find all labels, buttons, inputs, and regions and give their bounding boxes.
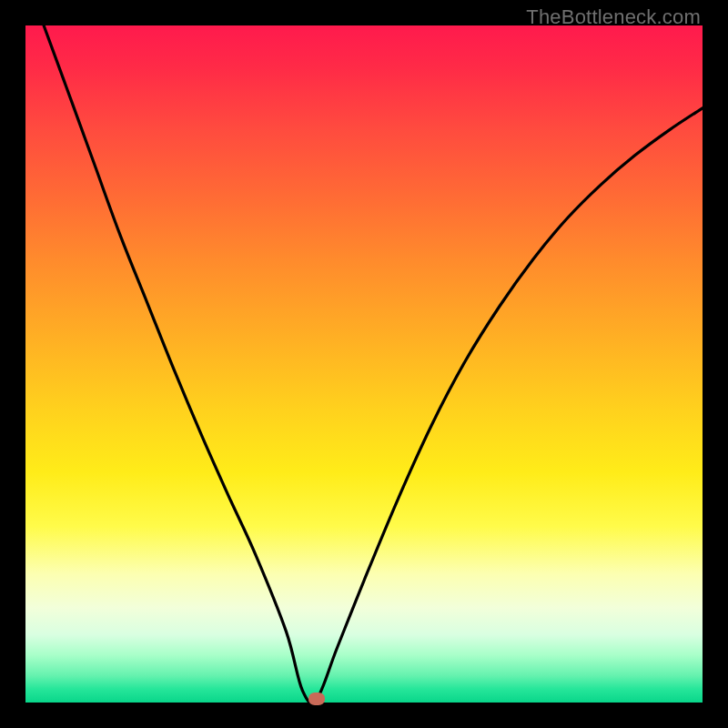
bottleneck-curve xyxy=(25,25,703,703)
plot-area xyxy=(25,25,703,703)
minimum-marker xyxy=(308,693,325,705)
chart-frame: TheBottleneck.com xyxy=(0,0,728,728)
